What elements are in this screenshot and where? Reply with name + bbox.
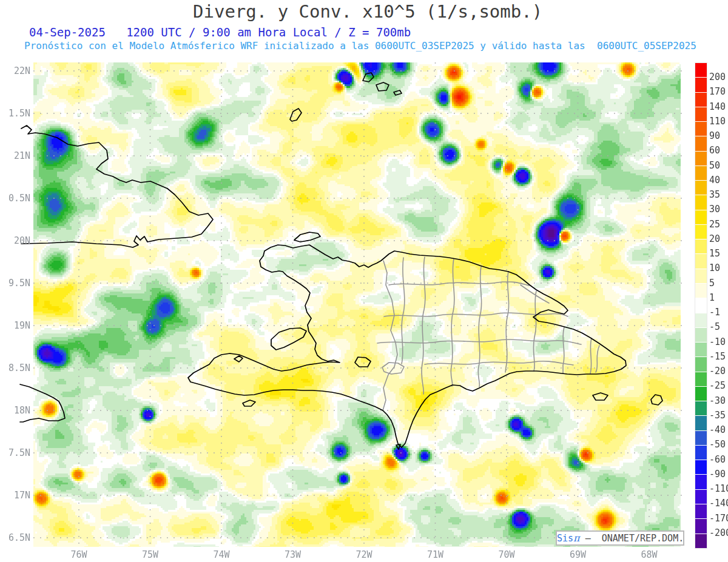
colorbar-tick-label: -50 (709, 439, 726, 450)
colorbar-tick-label: -25 (709, 380, 726, 391)
colorbar-segment (695, 269, 707, 283)
colorbar-segment (695, 210, 707, 224)
colorbar-tick-label: 40 (709, 175, 720, 186)
colorbar-tick-label: 10 (709, 263, 720, 273)
colorbar-segment (695, 445, 707, 460)
colorbar-tick-label: 200 (709, 72, 726, 82)
y-axis-label: 1.5N (0, 108, 30, 119)
cuba-coastline (21, 125, 213, 247)
colorbar-segment (695, 107, 707, 121)
colorbar-tick-label: -200 (709, 527, 728, 538)
colorbar-segment (695, 239, 707, 253)
y-axis-label: 7.5N (0, 447, 30, 458)
ile-a-vache-coastline (243, 400, 255, 406)
colorbar-segment (695, 224, 707, 239)
colorbar-tick-label: -1 (709, 307, 720, 318)
y-axis-label: 19N (0, 320, 30, 331)
colorbar-segment (695, 474, 707, 489)
tortuga-island-coastline (294, 232, 320, 242)
gonave-island-coastline (271, 328, 306, 350)
colorbar-tick-label: -30 (709, 395, 726, 406)
y-axis-label: 21N (0, 150, 30, 161)
x-axis-label: 68W (628, 549, 670, 560)
colorbar-segment (695, 327, 707, 342)
colorbar-segment (695, 313, 707, 327)
colorbar-tick-label: 1 (709, 292, 715, 303)
colorbar-tick-label: -35 (709, 410, 726, 421)
colorbar-tick-label: -40 (709, 424, 726, 435)
colorbar-tick-label: -110 (709, 483, 728, 494)
colorbar-segment (695, 92, 707, 107)
y-axis-label: 17N (0, 490, 30, 501)
colorbar-tick-label: 110 (709, 116, 726, 127)
colorbar-segment (695, 534, 707, 548)
colorbar-segment (695, 283, 707, 298)
colorbar-tick-label: 60 (709, 145, 720, 156)
brand-sis-text: Sis (557, 533, 573, 544)
colorbar-tick-label: -170 (709, 513, 728, 524)
colorbar-tick-label: -15 (709, 351, 726, 362)
colorbar-segment (695, 518, 707, 533)
colorbar-tick-label: 5 (709, 278, 715, 289)
x-axis-label: 71W (414, 549, 457, 560)
weather-chart-figure: Diverg. y Conv. x10^5 (1/s,somb.) 04-Sep… (0, 0, 728, 562)
y-axis-label: 0.5N (0, 193, 30, 204)
turks-caicos-coastline (363, 73, 402, 95)
saona-island-coastline (593, 393, 608, 400)
y-axis-label: 18N (0, 405, 30, 416)
colorbar-segment (695, 372, 707, 386)
x-axis-label: 74W (200, 549, 243, 560)
mona-island-coastline (651, 395, 662, 405)
colorbar-segment (695, 298, 707, 312)
colorbar-tick-label: -90 (709, 469, 726, 480)
x-axis-label: 69W (557, 549, 599, 560)
colorbar-segment (695, 63, 707, 77)
colorbar-segment (695, 342, 707, 356)
x-axis-label: 75W (129, 549, 172, 560)
colorbar-tick-label: 170 (709, 86, 726, 97)
colorbar-segment (695, 386, 707, 401)
colorbar-segment (695, 77, 707, 92)
colorbar-segment (695, 401, 707, 415)
colorbar-tick-label: -60 (709, 454, 726, 465)
hispaniola-coastline (188, 245, 626, 447)
x-axis-label: 72W (343, 549, 385, 560)
colorbar-segment (695, 136, 707, 150)
cayemite-island-coastline (234, 356, 243, 362)
colorbar-segment (695, 121, 707, 136)
x-axis-label: 76W (58, 549, 100, 560)
colorbar-segment (695, 166, 707, 180)
colorbar-tick-label: 35 (709, 189, 720, 200)
colorbar-tick-label: 140 (709, 101, 726, 112)
colorbar-tick-label: 20 (709, 233, 720, 244)
colorbar-tick-label: -20 (709, 366, 726, 376)
y-axis-label: 22N (0, 65, 30, 76)
grid-lines (33, 62, 687, 547)
x-axis-label: 73W (272, 549, 314, 560)
colorbar-segment (695, 180, 707, 195)
y-axis-label: 20N (0, 235, 30, 246)
colorbar-tick-label: 30 (709, 204, 720, 215)
beata-island-coastline (396, 444, 400, 449)
colorbar-segment (695, 460, 707, 474)
colorbar-tick-label: -5 (709, 321, 720, 332)
x-axis-label: 70W (485, 549, 528, 560)
colorbar-tick-label: -140 (709, 498, 728, 509)
colorbar-tick-label: 90 (709, 130, 720, 141)
colorbar-tick-label: 15 (709, 248, 720, 259)
brand-pi-symbol: π (573, 532, 580, 544)
great-inagua-coastline (290, 109, 302, 121)
colorbar-tick-label: 25 (709, 219, 720, 230)
haiti-dr-border-line (383, 261, 397, 410)
colorbar-segment (695, 151, 707, 166)
branding-box: Sisπ – ONAMET/REP.DOM. (556, 530, 684, 546)
brand-org-text: – ONAMET/REP.DOM. (580, 533, 684, 544)
map-overlay-svg (0, 0, 728, 562)
colorbar-segment (695, 430, 707, 445)
colorbar-segment (695, 415, 707, 430)
colorbar (695, 62, 707, 549)
y-axis-label: 6.5N (0, 532, 30, 543)
jamaica-coastline (20, 384, 65, 422)
colorbar-segment (695, 489, 707, 504)
colorbar-segment (695, 195, 707, 209)
